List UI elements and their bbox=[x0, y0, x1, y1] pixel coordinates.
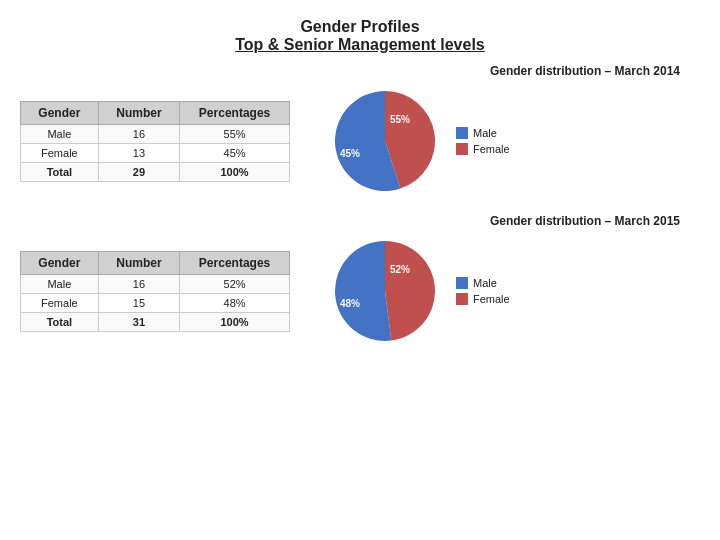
table-cell: Total bbox=[21, 312, 99, 331]
legend-male-color-2014 bbox=[456, 127, 468, 139]
legend-male-label-2014: Male bbox=[473, 127, 497, 139]
table-cell: 52% bbox=[180, 274, 290, 293]
pie-label-male-2014: 55% bbox=[390, 114, 410, 125]
table-cell: Total bbox=[21, 162, 99, 181]
pie-label-female-2015: 48% bbox=[340, 298, 360, 309]
legend-male-2014: Male bbox=[456, 127, 510, 139]
col-gender-2015: Gender bbox=[21, 251, 99, 274]
table-2015: Gender Number Percentages Male1652%Femal… bbox=[20, 251, 290, 332]
col-pct-2015: Percentages bbox=[180, 251, 290, 274]
table-cell: 13 bbox=[98, 143, 179, 162]
legend-female-color-2014 bbox=[456, 143, 468, 155]
main-title: Gender Profiles Top & Senior Management … bbox=[235, 18, 485, 54]
section-2015-content: Gender Number Percentages Male1652%Femal… bbox=[20, 236, 700, 346]
pie-2015: 52% 48% bbox=[330, 236, 440, 346]
legend-male-label-2015: Male bbox=[473, 277, 497, 289]
table-cell: 16 bbox=[98, 124, 179, 143]
page: Gender Profiles Top & Senior Management … bbox=[0, 0, 720, 540]
table-cell: Male bbox=[21, 274, 99, 293]
legend-2014: Male Female bbox=[456, 127, 510, 155]
title-line1: Gender Profiles bbox=[235, 18, 485, 36]
table-cell: 29 bbox=[98, 162, 179, 181]
title-line2: Top & Senior Management levels bbox=[235, 36, 485, 54]
section-2015: Gender distribution – March 2015 Gender … bbox=[20, 214, 700, 346]
section-2014-content: Gender Number Percentages Male1655%Femal… bbox=[20, 86, 700, 196]
table-cell: 55% bbox=[180, 124, 290, 143]
chart-area-2015: 52% 48% Male Female bbox=[330, 236, 510, 346]
table-cell: Female bbox=[21, 143, 99, 162]
legend-female-2015: Female bbox=[456, 293, 510, 305]
table-cell: 45% bbox=[180, 143, 290, 162]
legend-female-2014: Female bbox=[456, 143, 510, 155]
table-2014: Gender Number Percentages Male1655%Femal… bbox=[20, 101, 290, 182]
section-2014-title: Gender distribution – March 2014 bbox=[20, 64, 700, 78]
table-cell: Male bbox=[21, 124, 99, 143]
pie-label-male-2015: 52% bbox=[390, 264, 410, 275]
legend-2015: Male Female bbox=[456, 277, 510, 305]
section-2015-title: Gender distribution – March 2015 bbox=[20, 214, 700, 228]
legend-female-label-2015: Female bbox=[473, 293, 510, 305]
table-cell: 48% bbox=[180, 293, 290, 312]
table-cell: 15 bbox=[98, 293, 179, 312]
col-number-2014: Number bbox=[98, 101, 179, 124]
table-cell: 100% bbox=[180, 162, 290, 181]
table-cell: Female bbox=[21, 293, 99, 312]
legend-male-2015: Male bbox=[456, 277, 510, 289]
chart-area-2014: 55% 45% Male Female bbox=[330, 86, 510, 196]
col-gender-2014: Gender bbox=[21, 101, 99, 124]
pie-label-female-2014: 45% bbox=[340, 148, 360, 159]
section-2014: Gender distribution – March 2014 Gender … bbox=[20, 64, 700, 196]
legend-male-color-2015 bbox=[456, 277, 468, 289]
legend-female-color-2015 bbox=[456, 293, 468, 305]
table-cell: 31 bbox=[98, 312, 179, 331]
sections: Gender distribution – March 2014 Gender … bbox=[20, 64, 700, 346]
table-cell: 100% bbox=[180, 312, 290, 331]
table-cell: 16 bbox=[98, 274, 179, 293]
legend-female-label-2014: Female bbox=[473, 143, 510, 155]
pie-2014: 55% 45% bbox=[330, 86, 440, 196]
col-pct-2014: Percentages bbox=[180, 101, 290, 124]
col-number-2015: Number bbox=[98, 251, 179, 274]
